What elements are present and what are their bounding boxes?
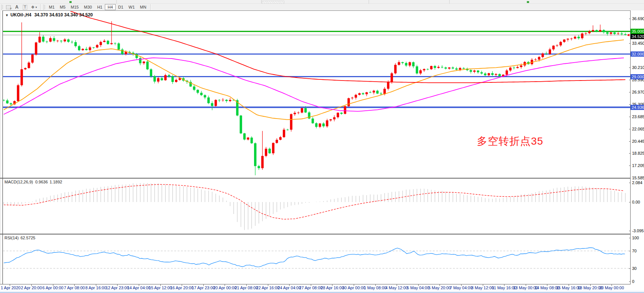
candlestick	[197, 89, 199, 94]
axis-tick	[629, 166, 631, 166]
timeframe-button-m30[interactable]: M30	[81, 4, 94, 10]
candlestick	[53, 36, 55, 42]
main-chart-canvas[interactable]	[3, 11, 630, 178]
candlestick	[563, 39, 565, 43]
rsi-panel-canvas[interactable]	[3, 234, 630, 284]
candlestick	[31, 54, 34, 64]
candlestick	[312, 117, 314, 124]
candlestick	[121, 48, 124, 55]
candlestick	[279, 136, 281, 141]
candlestick	[254, 142, 256, 175]
candlestick	[207, 96, 210, 104]
candlestick	[344, 105, 346, 114]
candlestick	[200, 91, 203, 96]
rsi-indicator-label: RSI(14)62.5725	[4, 236, 35, 240]
symbol-timeframe-label: UKOil-,H4	[10, 12, 31, 18]
axis-tick	[629, 141, 631, 142]
candlestick	[204, 94, 206, 99]
price-axis-label: 23.685	[632, 114, 644, 119]
candlestick	[560, 41, 562, 47]
window-left-edge	[0, 10, 3, 291]
time-axis-label: 1 Apr 2020	[1, 286, 21, 290]
timeframe-button-m1[interactable]: M1	[46, 4, 57, 10]
candlestick	[96, 44, 98, 48]
toolbar-separator	[150, 4, 151, 10]
axis-tick	[629, 19, 631, 19]
candlestick	[89, 46, 91, 52]
price-axis-label: 36.690	[632, 16, 644, 21]
candlestick	[509, 67, 512, 72]
toolbar-grip[interactable]	[43, 4, 45, 10]
candlestick	[592, 25, 594, 32]
chart-menu-dropdown-icon[interactable]: ▼	[5, 13, 9, 17]
price-badge: 29.000	[631, 74, 644, 79]
candlestick	[153, 75, 156, 84]
time-axis-label: 15 Apr 12:00	[149, 286, 172, 290]
candlestick	[448, 67, 450, 70]
time-axis-label: 5 May 04:00	[407, 286, 429, 290]
candlestick	[347, 98, 350, 107]
candlestick	[17, 84, 19, 102]
candlestick	[28, 62, 30, 69]
candlestick	[42, 35, 44, 42]
candlestick	[243, 133, 246, 141]
candlestick	[103, 39, 105, 42]
time-axis-label: 20 Apr 00:00	[213, 286, 236, 290]
candlestick	[401, 62, 404, 64]
candlestick	[599, 25, 601, 32]
timeframe-button-w1[interactable]: W1	[126, 4, 138, 10]
candlestick	[161, 77, 163, 81]
price-badge: 24.936	[631, 105, 644, 110]
axis-tick	[629, 153, 631, 154]
candlestick	[373, 90, 375, 94]
candlestick	[491, 71, 494, 76]
ohlc-values: 34.370 34.610 34.340 34.520	[34, 12, 93, 18]
time-axis[interactable]: 1 Apr 20202 Apr 20:006 Apr 00:007 Apr 08…	[0, 284, 631, 291]
candlestick	[398, 60, 400, 66]
text-box-button[interactable]: T	[21, 4, 29, 10]
candlestick	[617, 31, 619, 35]
candlestick	[146, 60, 149, 70]
candlestick	[85, 47, 87, 51]
price-axis[interactable]: 36.69033.45030.21028.59026.97025.30523.6…	[631, 10, 644, 284]
candlestick	[276, 138, 278, 144]
rsi-line	[4, 248, 625, 267]
timeframe-button-h1[interactable]: H1	[94, 4, 105, 10]
timeframe-button-d1[interactable]: D1	[116, 4, 126, 10]
panel-separator[interactable]	[0, 178, 631, 179]
candlestick	[157, 77, 159, 84]
macd-signal-line	[4, 185, 624, 220]
candlestick	[64, 38, 66, 42]
candlestick	[459, 67, 461, 72]
timeframe-button-h4[interactable]: H4	[105, 4, 115, 10]
timeframe-button-m15[interactable]: M15	[68, 4, 81, 10]
panel-separator[interactable]	[0, 234, 631, 234]
text-label-button[interactable]: A	[13, 4, 21, 10]
candlestick	[6, 99, 8, 104]
candlestick	[434, 65, 436, 70]
shapes-tool-button[interactable]: ❖ ▾	[29, 4, 39, 10]
candlestick	[171, 75, 173, 84]
toolbar-grip[interactable]	[1, 4, 3, 10]
candlestick	[49, 37, 51, 42]
time-axis-label: 17 Apr 23:00	[192, 286, 215, 290]
candlestick	[297, 111, 300, 114]
timeframe-button-m5[interactable]: M5	[57, 4, 68, 10]
candlestick	[570, 38, 572, 40]
strip-green-dot	[69, 1, 72, 3]
rsi-axis-label: 100	[632, 236, 639, 240]
macd-panel-canvas[interactable]	[3, 179, 630, 234]
letter-t-icon: T	[23, 5, 27, 10]
candlestick	[581, 32, 583, 40]
rsi-axis-label: 70	[632, 249, 637, 253]
toolbar-separator	[40, 4, 41, 10]
timeframe-button-mn[interactable]: MN	[137, 4, 149, 10]
time-axis-label: 5 May 20:00	[428, 286, 451, 290]
strip-separator	[116, 0, 117, 4]
candlestick	[355, 94, 357, 100]
candlestick	[308, 111, 310, 119]
strip-separator	[449, 0, 450, 4]
cursor-tool-button[interactable]: F	[4, 4, 13, 10]
time-axis-label: 7 May 04:00	[450, 286, 473, 290]
candlestick	[437, 65, 440, 69]
